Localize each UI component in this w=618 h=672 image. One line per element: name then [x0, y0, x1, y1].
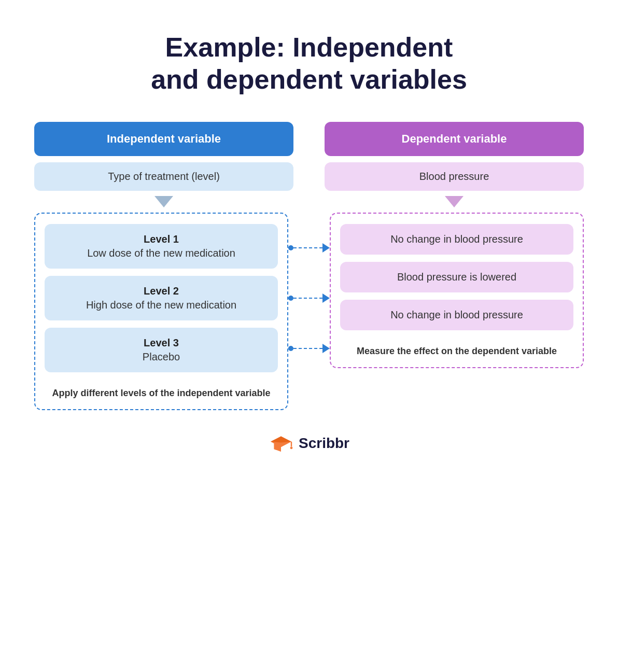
line-3: [293, 348, 322, 349]
level-1-box: Level 1 Low dose of the new medication: [45, 224, 278, 269]
right-down-arrow: [445, 196, 463, 207]
diagram-wrapper: Independent variable Type of treatment (…: [34, 122, 584, 410]
dependent-subheader: Blood pressure: [325, 162, 584, 191]
left-down-arrow: [154, 196, 173, 207]
line-1: [293, 247, 322, 248]
arrow-2: [288, 293, 330, 303]
scribbr-icon: [269, 431, 293, 456]
arrows-column: [288, 213, 330, 410]
left-dashed-section: Level 1 Low dose of the new medication L…: [34, 213, 288, 410]
body-section: Level 1 Low dose of the new medication L…: [34, 213, 584, 410]
right-dashed-section: No change in blood pressure Blood pressu…: [330, 213, 584, 410]
independent-subheader: Type of treatment (level): [34, 162, 293, 191]
line-2: [293, 298, 322, 299]
left-bottom-note: Apply different levels of the independen…: [45, 387, 278, 400]
svg-marker-1: [271, 436, 291, 442]
arrowhead-1: [322, 243, 330, 253]
left-dashed-box: Level 1 Low dose of the new medication L…: [34, 213, 288, 410]
dependent-variable-header: Dependent variable: [325, 122, 584, 156]
right-dashed-box: No change in blood pressure Blood pressu…: [330, 213, 584, 368]
arrow-3: [288, 344, 330, 353]
outcome-1-box: No change in blood pressure: [340, 224, 573, 255]
independent-variable-header: Independent variable: [34, 122, 293, 156]
right-bottom-note: Measure the effect on the dependent vari…: [340, 345, 573, 358]
dot-3: [288, 346, 293, 351]
outcome-2-box: Blood pressure is lowered: [340, 262, 573, 292]
outcome-3-box: No change in blood pressure: [340, 300, 573, 330]
scribbr-logo: Scribbr: [269, 431, 349, 456]
dot-2: [288, 296, 293, 301]
arrowhead-3: [322, 344, 330, 353]
left-header-area: Independent variable Type of treatment (…: [34, 122, 293, 213]
level-2-box: Level 2 High dose of the new medication: [45, 276, 278, 320]
headers-row: Independent variable Type of treatment (…: [34, 122, 584, 213]
scribbr-name: Scribbr: [299, 435, 349, 452]
page-title: Example: Independent and dependent varia…: [151, 31, 467, 96]
dot-1: [288, 245, 293, 250]
arrowhead-2: [322, 293, 330, 303]
svg-point-3: [290, 446, 293, 449]
arrow-1: [288, 243, 330, 253]
level-3-box: Level 3 Placebo: [45, 328, 278, 372]
right-header-area: Dependent variable Blood pressure: [325, 122, 584, 213]
